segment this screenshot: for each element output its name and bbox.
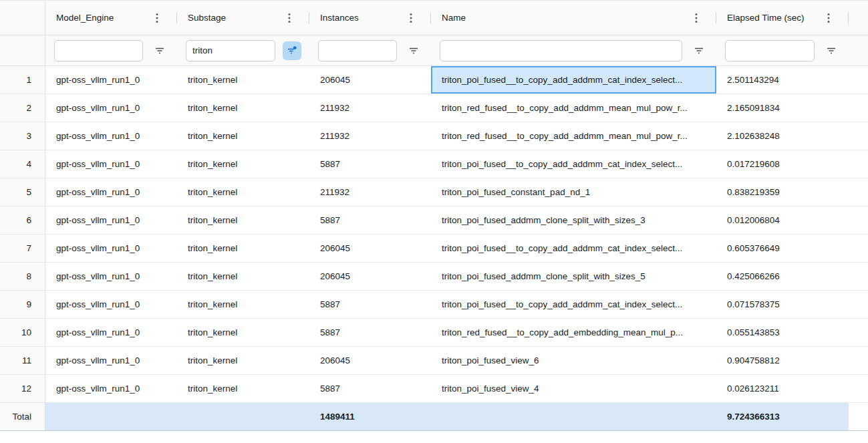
cell-substage[interactable]: triton_kernel bbox=[177, 319, 309, 346]
cell-name[interactable]: triton_poi_fused_view_6 bbox=[431, 347, 716, 374]
cell-model-engine[interactable]: gpt-oss_vllm_run1_0 bbox=[45, 319, 177, 346]
cell-model-engine[interactable]: gpt-oss_vllm_run1_0 bbox=[45, 122, 177, 150]
cell-elapsed-time[interactable]: 0.055143853 bbox=[716, 319, 849, 346]
cell-instances[interactable]: 5887 bbox=[309, 375, 431, 402]
column-resize-handle[interactable] bbox=[848, 12, 849, 23]
funnel-icon bbox=[694, 45, 704, 56]
cell-substage[interactable]: triton_kernel bbox=[177, 94, 309, 122]
column-header-instances[interactable]: Instances bbox=[309, 1, 431, 35]
table-row: 12 gpt-oss_vllm_run1_0 triton_kernel 588… bbox=[0, 375, 868, 403]
cell-elapsed-time[interactable]: 0.425066266 bbox=[716, 263, 849, 290]
cell-substage[interactable]: triton_kernel bbox=[177, 150, 309, 178]
funnel-icon bbox=[826, 45, 837, 56]
instances-filter-input[interactable] bbox=[318, 40, 397, 61]
elapsed-time-filter-button[interactable] bbox=[822, 41, 841, 60]
cell-substage[interactable]: triton_kernel bbox=[177, 263, 309, 290]
row-number: 5 bbox=[0, 178, 45, 206]
table-row: 2 gpt-oss_vllm_run1_0 triton_kernel 2119… bbox=[0, 94, 868, 122]
cell-model-engine[interactable]: gpt-oss_vllm_run1_0 bbox=[45, 291, 177, 318]
cell-instances[interactable]: 5887 bbox=[309, 291, 431, 318]
cell-substage[interactable]: triton_kernel bbox=[177, 375, 309, 402]
cell-elapsed-time[interactable]: 0.904758812 bbox=[716, 347, 849, 374]
cell-elapsed-time[interactable]: 0.071578375 bbox=[716, 291, 849, 318]
cell-instances[interactable]: 211932 bbox=[309, 94, 431, 122]
cell-model-engine[interactable]: gpt-oss_vllm_run1_0 bbox=[45, 347, 177, 374]
elapsed-time-filter-input[interactable] bbox=[725, 40, 815, 61]
total-instances-value: 1489411 bbox=[309, 403, 431, 430]
model-engine-filter-button[interactable] bbox=[150, 41, 169, 60]
cell-name[interactable]: triton_red_fused__to_copy_add_embedding_… bbox=[431, 319, 716, 346]
name-filter-button[interactable] bbox=[690, 41, 708, 60]
cell-elapsed-time[interactable]: 2.102638248 bbox=[716, 122, 849, 150]
table-row: 10 gpt-oss_vllm_run1_0 triton_kernel 588… bbox=[0, 319, 868, 347]
cell-model-engine[interactable]: gpt-oss_vllm_run1_0 bbox=[45, 375, 177, 402]
table-body: 1 gpt-oss_vllm_run1_0 triton_kernel 2060… bbox=[0, 66, 868, 403]
cell-model-engine[interactable]: gpt-oss_vllm_run1_0 bbox=[45, 178, 177, 206]
cell-instances[interactable]: 5887 bbox=[309, 150, 431, 178]
column-menu-icon[interactable] bbox=[404, 9, 418, 27]
cell-substage[interactable]: triton_kernel bbox=[177, 178, 309, 206]
row-number: 9 bbox=[0, 291, 45, 318]
cell-model-engine[interactable]: gpt-oss_vllm_run1_0 bbox=[45, 94, 177, 122]
cell-name[interactable]: triton_poi_fused__to_copy_add_addmm_cat_… bbox=[431, 235, 716, 262]
cell-name[interactable]: triton_poi_fused_view_4 bbox=[431, 375, 716, 402]
cell-substage[interactable]: triton_kernel bbox=[177, 66, 309, 94]
column-header-substage[interactable]: Substage bbox=[177, 1, 309, 35]
cell-name[interactable]: triton_poi_fused_constant_pad_nd_1 bbox=[431, 178, 716, 206]
data-grid: Model_Engine Substage Instances Name bbox=[0, 0, 868, 431]
row-number: 12 bbox=[0, 375, 45, 402]
table-row: 7 gpt-oss_vllm_run1_0 triton_kernel 2060… bbox=[0, 235, 868, 263]
cell-substage[interactable]: triton_kernel bbox=[177, 122, 309, 150]
cell-model-engine[interactable]: gpt-oss_vllm_run1_0 bbox=[45, 150, 177, 178]
cell-model-engine[interactable]: gpt-oss_vllm_run1_0 bbox=[45, 263, 177, 290]
column-menu-icon[interactable] bbox=[690, 9, 703, 27]
cell-substage[interactable]: triton_kernel bbox=[177, 347, 309, 374]
cell-name[interactable]: triton_poi_fused__to_copy_add_addmm_cat_… bbox=[431, 150, 716, 178]
cell-instances[interactable]: 5887 bbox=[309, 319, 431, 346]
cell-substage[interactable]: triton_kernel bbox=[177, 235, 309, 262]
column-header-elapsed-time[interactable]: Elapsed Time (sec) bbox=[716, 1, 849, 35]
row-number-header bbox=[0, 1, 45, 35]
cell-model-engine[interactable]: gpt-oss_vllm_run1_0 bbox=[45, 235, 177, 262]
column-header-label: Substage bbox=[188, 13, 283, 23]
cell-model-engine[interactable]: gpt-oss_vllm_run1_0 bbox=[45, 66, 177, 94]
column-menu-icon[interactable] bbox=[822, 9, 835, 27]
substage-filter-input[interactable] bbox=[186, 40, 275, 61]
cell-name[interactable]: triton_red_fused__to_copy_add_addmm_mean… bbox=[431, 122, 716, 150]
cell-name[interactable]: triton_poi_fused_addmm_clone_split_with_… bbox=[431, 263, 716, 290]
cell-elapsed-time[interactable]: 0.012006804 bbox=[716, 206, 849, 234]
funnel-active-icon bbox=[286, 45, 298, 57]
cell-elapsed-time[interactable]: 0.026123211 bbox=[716, 375, 849, 402]
filter-row bbox=[0, 35, 868, 66]
column-menu-icon[interactable] bbox=[150, 9, 164, 27]
filter-cell-elapsed-time bbox=[716, 35, 849, 65]
column-header-label: Elapsed Time (sec) bbox=[727, 13, 822, 23]
cell-instances[interactable]: 211932 bbox=[309, 122, 431, 150]
column-header-model-engine[interactable]: Model_Engine bbox=[45, 1, 177, 35]
cell-name[interactable]: triton_poi_fused__to_copy_add_addmm_cat_… bbox=[431, 291, 716, 318]
substage-filter-button-active[interactable] bbox=[283, 41, 301, 60]
column-header-label: Instances bbox=[320, 13, 404, 23]
cell-model-engine[interactable]: gpt-oss_vllm_run1_0 bbox=[45, 206, 177, 234]
cell-instances[interactable]: 5887 bbox=[309, 206, 431, 234]
cell-instances[interactable]: 206045 bbox=[309, 347, 431, 374]
model-engine-filter-input[interactable] bbox=[54, 40, 143, 61]
cell-instances[interactable]: 206045 bbox=[309, 235, 431, 262]
cell-name[interactable]: triton_poi_fused_addmm_clone_split_with_… bbox=[431, 206, 716, 234]
cell-elapsed-time[interactable]: 2.501143294 bbox=[716, 66, 849, 94]
column-menu-icon[interactable] bbox=[283, 9, 296, 27]
cell-elapsed-time[interactable]: 0.605376649 bbox=[716, 235, 849, 262]
name-filter-input[interactable] bbox=[440, 40, 682, 61]
instances-filter-button[interactable] bbox=[404, 41, 423, 60]
cell-substage[interactable]: triton_kernel bbox=[177, 206, 309, 234]
cell-instances[interactable]: 211932 bbox=[309, 178, 431, 206]
cell-elapsed-time[interactable]: 0.838219359 bbox=[716, 178, 849, 206]
cell-substage[interactable]: triton_kernel bbox=[177, 291, 309, 318]
cell-elapsed-time[interactable]: 0.017219608 bbox=[716, 150, 849, 178]
column-header-name[interactable]: Name bbox=[431, 1, 716, 35]
cell-name[interactable]: triton_red_fused__to_copy_add_addmm_mean… bbox=[431, 94, 716, 122]
cell-elapsed-time[interactable]: 2.165091834 bbox=[716, 94, 849, 122]
cell-name[interactable]: triton_poi_fused__to_copy_add_addmm_cat_… bbox=[431, 66, 716, 94]
cell-instances[interactable]: 206045 bbox=[309, 263, 431, 290]
cell-instances[interactable]: 206045 bbox=[309, 66, 431, 94]
